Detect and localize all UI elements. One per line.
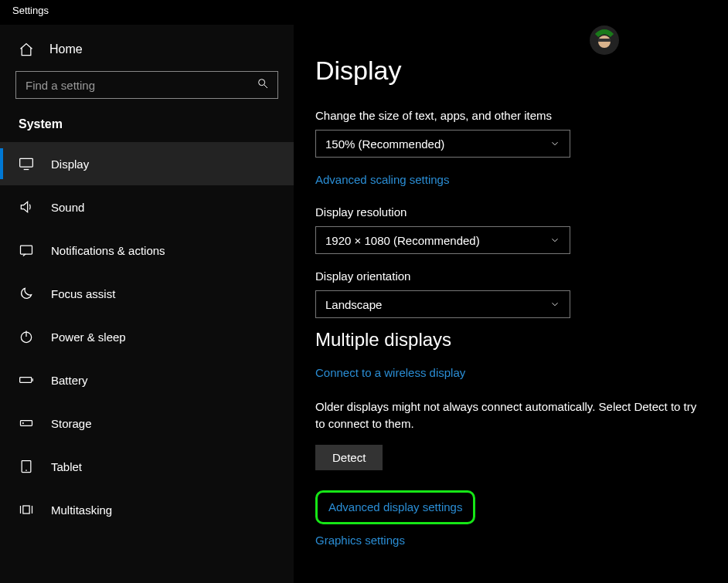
svg-rect-4 [21,246,32,254]
chevron-down-icon [549,299,560,310]
orientation-label: Display orientation [315,269,706,283]
svg-rect-2 [20,158,33,167]
resolution-label: Display resolution [315,205,706,219]
monitor-icon [19,156,34,171]
main-content: Display Change the size of text, apps, a… [294,25,728,583]
nav-label: Focus assist [51,287,115,300]
orientation-value: Landscape [325,298,382,311]
moon-icon [19,286,34,301]
svg-rect-18 [598,39,611,42]
detect-button[interactable]: Detect [315,445,383,470]
highlight-box: Advanced display settings [315,490,475,524]
scale-label: Change the size of text, apps, and other… [315,109,706,122]
scale-value: 150% (Recommended) [325,137,444,151]
svg-rect-9 [21,421,32,426]
battery-icon [19,372,34,388]
nav-label: Multitasking [51,503,112,517]
page-title: Display [315,56,706,86]
sidebar-item-tablet[interactable]: Tablet [0,445,294,488]
home-icon [19,42,34,57]
nav-label: Storage [51,417,92,430]
window-title: Settings [0,0,728,25]
multitasking-icon [19,502,34,517]
avatar [589,25,620,56]
advanced-scaling-link[interactable]: Advanced scaling settings [315,173,449,186]
search-input[interactable] [15,71,278,99]
resolution-dropdown[interactable]: 1920 × 1080 (Recommended) [315,226,570,254]
nav-label: Notifications & actions [51,244,165,257]
sidebar-item-sound[interactable]: Sound [0,185,294,229]
nav-label: Battery [51,374,88,387]
sidebar-item-power-sleep[interactable]: Power & sleep [0,315,294,358]
sidebar-item-battery[interactable]: Battery [0,358,294,402]
nav-label: Tablet [51,460,82,473]
section-label: System [0,113,294,142]
nav-label: Power & sleep [51,330,126,344]
notification-icon [19,242,34,258]
chevron-down-icon [549,138,560,149]
svg-rect-14 [23,506,29,514]
sidebar-item-display[interactable]: Display [0,142,294,185]
orientation-dropdown[interactable]: Landscape [315,290,570,318]
advanced-display-link[interactable]: Advanced display settings [328,500,462,514]
home-button[interactable]: Home [0,34,294,71]
graphics-settings-link[interactable]: Graphics settings [315,534,405,547]
home-label: Home [49,42,83,56]
scale-dropdown[interactable]: 150% (Recommended) [315,130,570,158]
nav-label: Display [51,158,89,171]
tablet-icon [19,459,34,474]
power-icon [19,329,34,344]
sidebar-item-focus-assist[interactable]: Focus assist [0,272,294,315]
sidebar: Home System Display Sound Notifica [0,25,294,583]
chevron-down-icon [549,235,560,246]
sidebar-item-notifications[interactable]: Notifications & actions [0,229,294,272]
older-displays-text: Older displays might not always connect … [315,398,706,432]
connect-wireless-link[interactable]: Connect to a wireless display [315,366,465,379]
sidebar-item-storage[interactable]: Storage [0,402,294,445]
svg-rect-7 [20,378,32,383]
storage-icon [19,415,34,431]
sound-icon [19,199,34,215]
nav-label: Sound [51,201,84,214]
sidebar-item-multitasking[interactable]: Multitasking [0,488,294,531]
svg-point-10 [22,423,23,424]
resolution-value: 1920 × 1080 (Recommended) [325,234,480,247]
multiple-displays-heading: Multiple displays [315,329,706,351]
